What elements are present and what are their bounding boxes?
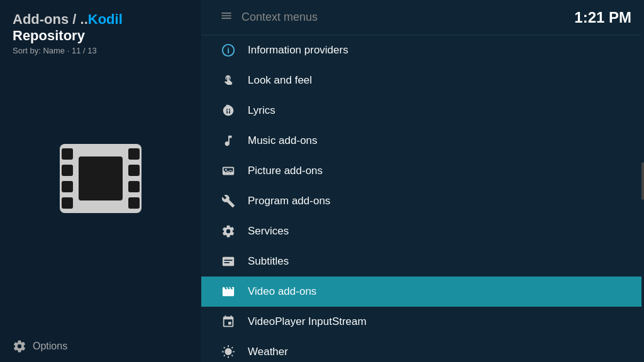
options-bar[interactable]: Options xyxy=(0,331,201,362)
subtitles-icon xyxy=(220,253,236,270)
svg-rect-4 xyxy=(62,181,73,192)
subtitles-label: Subtitles xyxy=(248,255,289,268)
videoplayer-inputstream-label: VideoPlayer InputStream xyxy=(248,315,367,328)
svg-rect-1 xyxy=(79,156,123,200)
weather-icon xyxy=(220,344,236,360)
weather-label: Weather xyxy=(248,346,288,358)
svg-rect-6 xyxy=(128,148,140,160)
scrollbar[interactable] xyxy=(641,0,644,362)
menu-item-services[interactable]: Services xyxy=(201,216,644,246)
menu-item-picture-addons[interactable]: Picture add-ons xyxy=(201,156,644,186)
videoplayer-icon xyxy=(220,314,236,330)
menu-item-program-addons[interactable]: Program add-ons xyxy=(201,186,644,216)
options-label: Options xyxy=(33,341,67,352)
svg-rect-5 xyxy=(62,197,73,209)
svg-rect-7 xyxy=(128,165,140,176)
video-addons-icon xyxy=(220,283,236,300)
menu-item-music-addons[interactable]: Music add-ons xyxy=(201,126,644,156)
menu-item-subtitles[interactable]: Subtitles xyxy=(201,246,644,277)
menu-list: i Information providers Look and feel Ly… xyxy=(201,35,644,362)
music-addons-label: Music add-ons xyxy=(248,134,318,147)
scrollbar-thumb xyxy=(641,162,644,200)
breadcrumb-repo: Repository xyxy=(13,28,85,43)
context-menu-icon xyxy=(220,9,233,25)
left-panel: Add-ons / ..Kodil Repository Sort by: Na… xyxy=(0,0,201,362)
film-icon xyxy=(50,128,151,229)
information-providers-icon: i xyxy=(220,42,236,58)
menu-item-weather[interactable]: Weather xyxy=(201,337,644,362)
right-panel: Context menus i Information providers Lo… xyxy=(201,0,644,362)
menu-item-lyrics[interactable]: Lyrics xyxy=(201,96,644,126)
svg-rect-8 xyxy=(128,181,140,192)
look-feel-label: Look and feel xyxy=(248,74,312,87)
svg-point-12 xyxy=(225,169,227,171)
menu-item-information-providers[interactable]: i Information providers xyxy=(201,35,644,65)
breadcrumb-kodil: Kodil xyxy=(88,11,123,27)
svg-rect-3 xyxy=(62,165,73,176)
services-icon xyxy=(220,223,236,239)
breadcrumb-addons: Add-ons / .. xyxy=(13,11,88,27)
menu-item-video-addons[interactable]: Video add-ons xyxy=(201,277,644,307)
gear-icon xyxy=(13,339,26,353)
services-label: Services xyxy=(248,225,289,238)
menu-item-look-and-feel[interactable]: Look and feel xyxy=(201,65,644,96)
svg-text:i: i xyxy=(227,46,230,55)
video-addons-label: Video add-ons xyxy=(248,285,316,298)
program-addons-label: Program add-ons xyxy=(248,195,330,207)
look-feel-icon xyxy=(220,72,236,89)
menu-item-videoplayer-inputstream[interactable]: VideoPlayer InputStream xyxy=(201,307,644,337)
picture-addons-icon xyxy=(220,163,236,179)
program-addons-icon xyxy=(220,193,236,209)
picture-addons-label: Picture add-ons xyxy=(248,165,323,177)
svg-rect-9 xyxy=(128,197,140,209)
breadcrumb: Add-ons / ..Kodil Repository Sort by: Na… xyxy=(0,0,201,59)
information-providers-label: Information providers xyxy=(248,44,348,57)
breadcrumb-title: Add-ons / ..Kodil Repository xyxy=(13,11,189,44)
time-display: 1:21 PM xyxy=(574,9,631,26)
sort-info: Sort by: Name · 11 / 13 xyxy=(13,46,189,55)
lyrics-label: Lyrics xyxy=(248,104,275,117)
music-addons-icon xyxy=(220,133,236,149)
menu-header-text: Context menus xyxy=(242,11,318,24)
lyrics-icon xyxy=(220,102,236,119)
svg-rect-2 xyxy=(62,148,73,160)
film-icon-area xyxy=(0,59,201,298)
